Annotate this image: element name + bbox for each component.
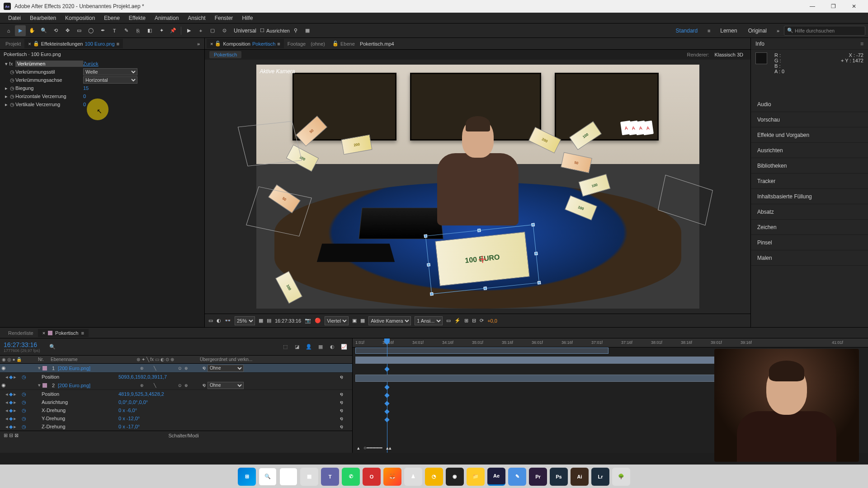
toggle-switches-icon[interactable]: ⊞ ⊟ ⊠ <box>4 432 19 438</box>
prop-achse-select[interactable]: Horizontal <box>83 76 137 84</box>
widgets-icon[interactable]: ▦ <box>300 468 318 486</box>
task-view-icon[interactable]: ▭ <box>279 468 297 486</box>
start-button[interactable]: ⊞ <box>238 468 256 486</box>
panel-menu-icon[interactable]: ≡ <box>117 41 119 47</box>
puppet-tool-icon[interactable]: 📌 <box>168 25 179 36</box>
ellipse-tool-icon[interactable]: ◯ <box>85 25 96 36</box>
twirl-icon[interactable]: ▾ <box>36 365 42 371</box>
overflow-icon[interactable]: » <box>194 41 203 47</box>
renderer-value[interactable]: Klassisch 3D <box>712 51 746 58</box>
stopwatch-icon[interactable]: ◷ <box>9 69 15 75</box>
snap-opts2-icon[interactable]: ▦ <box>302 25 313 36</box>
illustrator-icon[interactable]: Ai <box>571 468 589 486</box>
type-tool-icon[interactable]: T <box>109 25 120 36</box>
close-button[interactable]: ✕ <box>844 0 864 13</box>
tab-komposition[interactable]: × 🔓 Komposition Pokertisch ≡ <box>207 39 284 48</box>
zoom-select[interactable]: 25% <box>235 316 255 325</box>
reset-exposure-icon[interactable]: ⟳ <box>480 318 484 324</box>
panel-pinsel[interactable]: Pinsel <box>751 235 868 250</box>
frame-blend-icon[interactable]: ▦ <box>316 343 325 352</box>
info-panel-header[interactable]: Info ≡ <box>751 38 868 50</box>
composition-viewer[interactable]: Aktive Kamera AAAA 50 <box>205 60 750 314</box>
maximize-button[interactable]: ❐ <box>823 0 844 13</box>
whatsapp-icon[interactable]: ✆ <box>342 468 360 486</box>
views-layout-select[interactable]: 1 Ansi... <box>415 316 443 325</box>
channels-icon[interactable]: 🔴 <box>315 318 321 324</box>
mask-mode-icon[interactable]: ▭ <box>208 318 213 324</box>
rect-tool-icon[interactable]: ▭ <box>74 25 85 36</box>
tab-comp-pokertisch[interactable]: × Pokertisch ≡ <box>38 329 89 337</box>
roi-icon[interactable]: ▣ <box>352 318 357 324</box>
menu-fenster[interactable]: Fenster <box>210 13 238 23</box>
world-axis-icon[interactable]: + <box>195 25 206 36</box>
menu-bearbeiten[interactable]: Bearbeiten <box>25 13 61 23</box>
opera-icon[interactable]: O <box>363 468 381 486</box>
layer-row[interactable]: ◉ ▾ 1 [200 Euro.png] ⊛╲⊙⊕ ໑ Ohne <box>0 364 352 373</box>
after-effects-icon[interactable]: Ae <box>487 468 505 486</box>
anchor-icon[interactable]: ⊙ <box>219 25 230 36</box>
layer-name[interactable]: [200 Euro.png] <box>58 383 139 388</box>
keyframe[interactable] <box>384 409 389 414</box>
fast-preview-icon[interactable]: ⚡ <box>454 318 461 324</box>
lock-icon[interactable]: 🔓 <box>215 41 221 47</box>
app-icon[interactable]: 🌳 <box>612 468 630 486</box>
tab-footage[interactable]: Footage (ohne) <box>284 39 329 48</box>
workspace-lernen[interactable]: Lernen <box>715 26 742 36</box>
app-icon[interactable]: ♟ <box>404 468 422 486</box>
tab-renderliste[interactable]: Renderliste <box>4 329 38 337</box>
tab-projekt[interactable]: Projekt <box>2 39 24 48</box>
hand-tool-icon[interactable]: ✋ <box>27 25 38 36</box>
flowchart-icon[interactable]: ⊟ <box>472 318 476 324</box>
stopwatch-icon[interactable]: ◷ <box>9 77 15 83</box>
guides-icon[interactable]: ▤ <box>267 318 271 324</box>
brush-tool-icon[interactable]: ✎ <box>121 25 132 36</box>
prop-position-val[interactable]: 5093,6,1592,0,3911,7 <box>118 374 167 380</box>
exposure-value[interactable]: +0,0 <box>487 318 497 324</box>
parent-select[interactable]: Ohne <box>208 365 244 372</box>
stopwatch-icon[interactable]: ◷ <box>9 85 15 91</box>
resolution-select[interactable]: Viertel <box>325 316 349 325</box>
eraser-tool-icon[interactable]: ◧ <box>144 25 155 36</box>
stopwatch-icon[interactable]: ◷ <box>22 374 28 380</box>
snapshot-icon[interactable]: 📷 <box>305 318 311 324</box>
close-tab-icon[interactable]: × <box>28 41 31 47</box>
layer-row[interactable]: ◉ ▾ 2 [200 Euro.png] ⊛╲⊙⊕ ໑ Ohne <box>0 381 352 390</box>
keyframe[interactable] <box>384 401 389 406</box>
menu-effekte[interactable]: Effekte <box>124 13 150 23</box>
prop-hverz-val[interactable]: 0 <box>83 94 86 99</box>
keyframe[interactable] <box>384 393 389 398</box>
pan-behind-tool-icon[interactable]: ✥ <box>62 25 73 36</box>
pixel-aspect-icon[interactable]: ▭ <box>446 318 451 324</box>
close-tab-icon[interactable]: × <box>210 41 213 47</box>
menu-ebene[interactable]: Ebene <box>99 13 124 23</box>
draft3d-icon[interactable]: ◪ <box>292 343 302 352</box>
panel-bibliotheken[interactable]: Bibliotheken <box>751 158 868 174</box>
panel-ausrichten[interactable]: Ausrichten <box>751 143 868 158</box>
anchor-point-icon[interactable] <box>478 255 486 263</box>
motion-blur-icon[interactable]: ◐ <box>328 343 337 352</box>
layer-switches[interactable]: ⊛╲⊙⊕ <box>139 366 203 371</box>
shy-icon[interactable]: 👤 <box>304 343 313 352</box>
teams-icon[interactable]: T <box>321 468 339 486</box>
panel-malen[interactable]: Malen <box>751 250 868 266</box>
current-time[interactable]: 16:27:33:16 <box>4 341 40 348</box>
comp-breadcrumb[interactable]: Pokertisch <box>209 51 241 58</box>
prop-vverz-val[interactable]: 0 <box>83 102 86 107</box>
menu-animation[interactable]: Animation <box>150 13 183 23</box>
obs-icon[interactable]: ◉ <box>446 468 464 486</box>
app-icon[interactable]: ◔ <box>425 468 443 486</box>
transparency-icon[interactable]: ▦ <box>360 318 365 324</box>
close-tab-icon[interactable]: × <box>42 330 45 336</box>
workspace-overflow-icon[interactable]: » <box>773 25 783 36</box>
pen-tool-icon[interactable]: ✒ <box>97 25 108 36</box>
tab-ebene[interactable]: 🔓 Ebene Pokertisch.mp4 <box>329 39 398 48</box>
universal-label[interactable]: Universal <box>230 28 260 34</box>
taskbar-search-icon[interactable]: 🔍 <box>259 468 277 486</box>
keyframe[interactable] <box>384 385 389 389</box>
stopwatch-icon[interactable]: ◷ <box>9 102 15 108</box>
panel-menu-icon[interactable]: ≡ <box>860 41 863 47</box>
timeline-search[interactable]: 🔍 <box>49 344 56 350</box>
panel-inhaltsfuellung[interactable]: Inhaltsbasierte Füllung <box>751 189 868 204</box>
clone-tool-icon[interactable]: ⎘ <box>132 25 143 36</box>
keyframe[interactable] <box>384 366 389 371</box>
